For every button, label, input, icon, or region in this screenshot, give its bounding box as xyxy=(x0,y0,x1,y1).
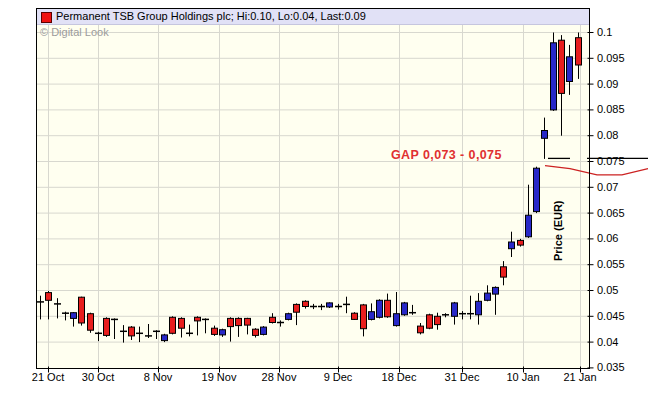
candle-body xyxy=(195,317,201,321)
x-tick-label: 9 Dec xyxy=(324,371,353,383)
candle-body xyxy=(245,318,251,325)
y-tick-label: 0.095 xyxy=(597,53,625,64)
candle-body xyxy=(559,40,565,93)
x-tick-label: 10 Jan xyxy=(506,371,539,383)
candle-body xyxy=(509,242,515,249)
candle-body xyxy=(294,304,300,312)
candle-body xyxy=(228,318,234,326)
candle-body xyxy=(542,131,548,139)
x-tick-label: 21 Jan xyxy=(563,371,596,383)
candle-body xyxy=(88,314,94,331)
candle-body xyxy=(567,57,573,82)
candle-body xyxy=(452,303,458,316)
candle-body xyxy=(361,305,367,329)
candle-body xyxy=(46,293,52,301)
y-axis-title: Price (EUR) xyxy=(552,195,564,261)
chart-title-bar: Permanent TSB Group Holdings plc; Hi:0.1… xyxy=(37,9,589,25)
candle-body xyxy=(435,316,441,324)
x-tick-label: 8 Nov xyxy=(144,371,173,383)
candle-body xyxy=(485,293,491,300)
y-tick-label: 0.09 xyxy=(597,79,618,90)
y-tick-label: 0.075 xyxy=(597,156,625,167)
candle-body xyxy=(518,240,524,245)
candle-body xyxy=(551,43,557,110)
candle-body xyxy=(377,300,383,317)
x-tick-label: 19 Nov xyxy=(202,371,237,383)
candle-body xyxy=(427,315,433,328)
y-tick-label: 0.035 xyxy=(597,362,625,373)
y-tick-label: 0.08 xyxy=(597,130,618,141)
candle-body xyxy=(179,318,185,328)
candle-body xyxy=(261,327,267,334)
chart-title: Permanent TSB Group Holdings plc; Hi:0.1… xyxy=(56,10,366,22)
candle-body xyxy=(369,312,375,320)
y-tick-label: 0.1 xyxy=(597,27,612,38)
candle-body xyxy=(253,329,259,335)
gap-annotation: GAP 0,073 - 0,075 xyxy=(391,148,502,162)
watermark: © Digital Look xyxy=(40,26,109,38)
candle-body xyxy=(220,330,226,335)
candle-body xyxy=(79,297,85,323)
candle-body xyxy=(526,215,532,237)
candle-body xyxy=(501,267,507,277)
candle-body xyxy=(402,303,408,315)
candle-body xyxy=(476,301,482,315)
candle-body xyxy=(162,335,168,341)
candle-body xyxy=(129,327,135,336)
y-tick-label: 0.065 xyxy=(597,208,625,219)
candle-body xyxy=(493,287,499,294)
plot-background xyxy=(37,9,590,369)
x-tick-label: 30 Oct xyxy=(82,371,114,383)
candle-body xyxy=(534,168,540,211)
candle-body xyxy=(327,303,333,307)
candle-body xyxy=(418,326,424,333)
candle-body xyxy=(576,38,582,65)
y-tick-label: 0.06 xyxy=(597,233,618,244)
candle-body xyxy=(71,313,77,319)
x-tick-label: 21 Oct xyxy=(32,371,64,383)
candle-body xyxy=(170,317,176,333)
x-tick-label: 31 Dec xyxy=(445,371,480,383)
candle-body xyxy=(286,314,292,320)
y-tick-label: 0.085 xyxy=(597,104,625,115)
x-tick-label: 28 Nov xyxy=(262,371,297,383)
y-tick-label: 0.045 xyxy=(597,311,625,322)
candle-body xyxy=(394,314,400,326)
candle-body xyxy=(352,313,358,319)
candle-body xyxy=(236,318,242,325)
chart-window: Permanent TSB Group Holdings plc; Hi:0.1… xyxy=(0,0,650,401)
y-tick-label: 0.07 xyxy=(597,182,618,193)
candle-body xyxy=(212,328,218,334)
y-tick-label: 0.05 xyxy=(597,285,618,296)
candle-body xyxy=(270,317,276,322)
series-marker-icon xyxy=(41,12,52,23)
y-tick-label: 0.04 xyxy=(597,337,618,348)
x-tick-label: 18 Dec xyxy=(382,371,417,383)
candle-body xyxy=(385,300,391,317)
candle-body xyxy=(303,301,309,306)
y-tick-label: 0.055 xyxy=(597,259,625,270)
candle-body xyxy=(104,318,110,335)
